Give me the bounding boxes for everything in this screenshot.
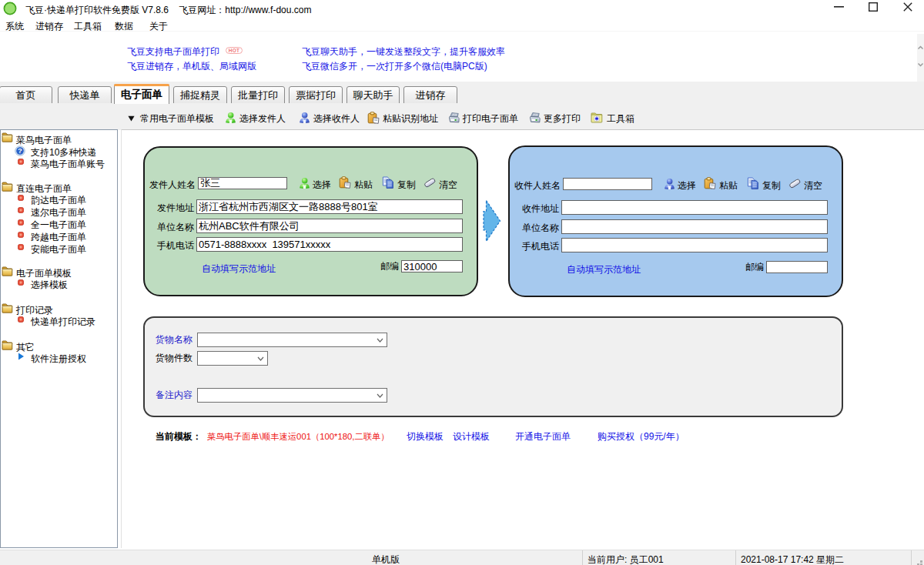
svg-text:?: ? [18, 146, 22, 155]
